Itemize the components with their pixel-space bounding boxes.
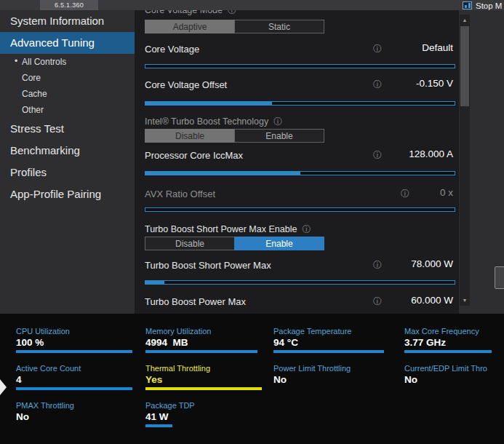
- toggle-option-adaptive[interactable]: Adaptive: [145, 20, 235, 33]
- control-value: 0 x: [440, 187, 453, 198]
- core-voltage-mode-toggle: Adaptive Static: [145, 20, 324, 33]
- telemetry-bar: [16, 387, 132, 390]
- info-icon[interactable]: ⓘ: [228, 10, 236, 15]
- sidebar-item-stress-test[interactable]: Stress Test: [0, 118, 135, 140]
- app-version: 6.5.1.360: [55, 1, 84, 9]
- control-value: -0.150 V: [416, 78, 453, 89]
- section-label: Turbo Boost Short Power Max Enable: [145, 224, 297, 234]
- telemetry-value: No: [16, 411, 145, 422]
- control-row-avx-ratio-offset: AVX Ratio Offset ⓘ 0 x: [145, 187, 455, 202]
- telemetry-label: Package TDP: [145, 401, 273, 410]
- telemetry-cell-package-tdp: Package TDP 41 W: [145, 401, 273, 438]
- control-row-turbo-boost-power-max: Turbo Boost Power Max ⓘ 60.000 W: [145, 295, 455, 309]
- telemetry-cell-memory-utilization: Memory Utilization 4994 MB: [145, 327, 273, 364]
- telemetry-bar: [404, 387, 504, 390]
- info-icon[interactable]: ⓘ: [373, 296, 382, 308]
- sidebar-item-benchmarking[interactable]: Benchmarking: [0, 140, 135, 162]
- info-icon[interactable]: ⓘ: [373, 259, 382, 271]
- telemetry-bar: [273, 387, 390, 390]
- info-icon[interactable]: ⓘ: [373, 79, 382, 91]
- control-value: Default: [422, 42, 453, 53]
- slider-fill: [145, 172, 300, 175]
- telemetry-cell-active-core-count: Active Core Count 4: [16, 364, 145, 401]
- sidebar-item-all-controls[interactable]: •All Controls: [0, 54, 135, 70]
- telemetry-cell-power-limit-throttling: Power Limit Throttling No: [273, 364, 404, 401]
- telemetry-bar-fill: [145, 350, 257, 353]
- scrollbar-thumb[interactable]: [460, 26, 469, 106]
- telemetry-label: Current/EDP Limit Thro: [404, 364, 504, 373]
- slider-fill: [145, 102, 272, 105]
- telemetry-bar-fill: [16, 350, 132, 353]
- telemetry-bar: [16, 350, 132, 353]
- sidebar-item-core[interactable]: Core: [0, 70, 135, 86]
- telemetry-bar-fill: [273, 350, 384, 353]
- sidebar-item-profiles[interactable]: Profiles: [0, 162, 135, 183]
- telemetry-cell-thermal-throttling: Thermal Throttling Yes: [145, 364, 273, 401]
- flyout-arrow-icon[interactable]: [0, 379, 7, 395]
- telemetry-bar: [273, 350, 390, 353]
- info-icon[interactable]: ⓘ: [302, 224, 311, 234]
- sidebar-item-advanced-tuning[interactable]: Advanced Tuning: [0, 32, 135, 54]
- section-turbo-boost-technology: Intel® Turbo Boost Technologyⓘ: [145, 116, 282, 128]
- telemetry-panel: CPU Utilization 100 % Memory Utilization…: [0, 314, 504, 444]
- telemetry-value: 3.77 GHz: [404, 337, 504, 348]
- toggle-option-disable[interactable]: Disable: [145, 129, 235, 143]
- telemetry-value: 41 W: [145, 411, 273, 422]
- telemetry-bar-fill: [404, 350, 492, 353]
- bullet-icon: •: [15, 56, 17, 66]
- sidebar-nav: System Information Advanced Tuning •All …: [0, 10, 135, 314]
- turbo-boost-toggle: Disable Enable: [145, 129, 324, 143]
- version-tab: 6.5.1.360: [40, 0, 98, 10]
- stop-monitoring-button[interactable]: Stop M: [463, 0, 502, 11]
- telemetry-label: Max Core Frequency: [404, 327, 504, 336]
- telemetry-value: 4994 MB: [145, 337, 273, 348]
- sidebar-item-label: All Controls: [22, 57, 66, 67]
- tuning-panel: Core Voltage Modeⓘ Adaptive Static Core …: [135, 10, 459, 314]
- telemetry-value: 94 °C: [273, 337, 404, 348]
- info-icon[interactable]: ⓘ: [373, 149, 382, 162]
- edge-partial-button[interactable]: [495, 266, 504, 289]
- panel-scrollbar[interactable]: ▲ ▼: [460, 15, 470, 306]
- scroll-up-icon[interactable]: ▲: [460, 15, 470, 25]
- sidebar-item-system-information[interactable]: System Information: [0, 10, 135, 32]
- info-icon[interactable]: ⓘ: [373, 43, 382, 55]
- control-label: Core Voltage Offset: [145, 79, 227, 90]
- telemetry-bar: [404, 350, 504, 353]
- avx-ratio-slider[interactable]: [145, 207, 455, 212]
- telemetry-label: Power Limit Throttling: [273, 364, 404, 373]
- toggle-option-disable[interactable]: Disable: [145, 237, 235, 250]
- control-row-short-power-max: Turbo Boost Short Power Max ⓘ 78.000 W: [145, 258, 455, 273]
- iccmax-slider[interactable]: [145, 171, 455, 175]
- telemetry-bar-fill: [145, 387, 262, 390]
- toggle-option-static[interactable]: Static: [234, 20, 324, 33]
- telemetry-bar-fill: [16, 387, 132, 390]
- core-voltage-slider[interactable]: [145, 64, 455, 68]
- telemetry-cell-pmax-throttling: PMAX Throttling No: [16, 401, 145, 438]
- sidebar-item-cache[interactable]: Cache: [0, 86, 135, 102]
- control-row-core-voltage-offset: Core Voltage Offset ⓘ -0.150 V: [145, 78, 455, 92]
- telemetry-label: Memory Utilization: [145, 327, 273, 336]
- sidebar-item-other[interactable]: Other: [0, 102, 135, 118]
- core-voltage-offset-slider[interactable]: [145, 101, 455, 106]
- titlebar: 6.5.1.360 Stop M: [0, 0, 504, 10]
- info-icon[interactable]: ⓘ: [273, 116, 282, 127]
- control-label: AVX Ratio Offset: [145, 189, 215, 199]
- sidebar-item-app-profile-pairing[interactable]: App-Profile Pairing: [0, 183, 135, 205]
- telemetry-label: Active Core Count: [16, 364, 145, 373]
- telemetry-value: No: [404, 374, 504, 385]
- short-power-max-slider[interactable]: [145, 280, 455, 285]
- toggle-option-enable[interactable]: Enable: [234, 237, 324, 250]
- scroll-down-icon[interactable]: ▼: [460, 296, 470, 305]
- section-label: Intel® Turbo Boost Technology: [145, 116, 268, 127]
- telemetry-value: 4: [16, 374, 145, 385]
- control-value: 128.000 A: [409, 148, 453, 159]
- toggle-option-enable[interactable]: Enable: [234, 129, 324, 143]
- control-label: Turbo Boost Power Max: [145, 296, 246, 307]
- telemetry-cell-cpu-utilization: CPU Utilization 100 %: [16, 327, 145, 364]
- telemetry-label: CPU Utilization: [16, 327, 145, 336]
- info-icon[interactable]: ⓘ: [401, 188, 409, 200]
- telemetry-value: 100 %: [16, 337, 145, 348]
- control-row-iccmax: Processor Core IccMax ⓘ 128.000 A: [145, 148, 455, 163]
- telemetry-label: PMAX Throttling: [16, 401, 145, 410]
- short-power-max-toggle: Disable Enable: [145, 237, 324, 250]
